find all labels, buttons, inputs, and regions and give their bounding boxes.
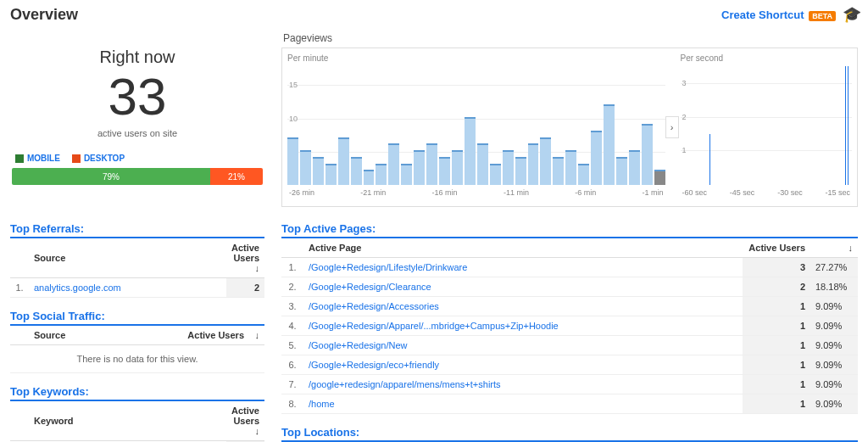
no-data-message: There is no data for this view. (10, 345, 264, 373)
desktop-share: 21% (210, 168, 263, 185)
row-users: 2 (226, 278, 264, 298)
bar (848, 66, 849, 185)
row-pct: 9.09% (810, 316, 858, 336)
bar (515, 159, 526, 185)
row-link[interactable]: /home (303, 394, 743, 414)
legend-desktop-label: DESKTOP (84, 154, 125, 163)
per-minute-label: Per minute (287, 53, 665, 63)
bar (503, 152, 514, 185)
row-index: 2. (281, 277, 303, 297)
active-users-count: 33 (10, 70, 264, 123)
xtick: -16 min (432, 188, 458, 197)
create-shortcut-label: Create Shortcut (721, 8, 804, 21)
bar (540, 139, 551, 185)
row-users: 2 (743, 277, 810, 297)
pageviews-title: Pageviews (283, 32, 858, 44)
bar (616, 159, 627, 185)
bar (388, 145, 399, 185)
row-link[interactable]: analytics.google.com (29, 278, 226, 298)
arrow-down-icon: ↓ (849, 243, 854, 253)
row-link[interactable]: /Google+Redesign/Apparel/...mbridge+Camp… (303, 316, 743, 336)
beta-badge: BETA (809, 11, 836, 21)
bar (426, 145, 437, 185)
row-index: 1. (281, 258, 303, 277)
legend-mobile-label: MOBILE (27, 154, 60, 163)
bar (313, 159, 324, 185)
row-link[interactable]: /Google+Redesign/Clearance (303, 277, 743, 297)
bar (578, 165, 589, 185)
arrow-down-icon: ↓ (255, 426, 260, 436)
row-index: 4. (281, 316, 303, 336)
row-link[interactable]: /Google+Redesign/New (303, 336, 743, 355)
row-pct: 9.09% (810, 375, 858, 394)
row-users: 1 (743, 375, 810, 394)
row-link[interactable]: /Google+Redesign/Accessories (303, 297, 743, 316)
row-link[interactable]: /google+redesign/apparel/mens/mens+t+shi… (303, 375, 743, 394)
top-active-pages-section: Top Active Pages: Active Page Active Use… (281, 222, 858, 414)
bar (287, 139, 298, 185)
table-row: 3. /Google+Redesign/Accessories 1 9.09% (281, 297, 858, 316)
col-active-users[interactable]: Active Users ↓ (226, 401, 264, 441)
xtick: -1 min (642, 188, 663, 197)
arrow-down-icon: ↓ (255, 330, 260, 340)
row-pct: 9.09% (810, 336, 858, 355)
row-users: 1 (743, 316, 810, 336)
col-active-users[interactable]: Active Users (114, 326, 249, 345)
table-row: 1. analytics.google.com 2 (10, 278, 264, 298)
row-link[interactable]: /Google+Redesign/Lifestyle/Drinkware (303, 258, 743, 277)
row-users: 1 (743, 336, 810, 355)
row-index: 5. (281, 336, 303, 355)
xtick: -21 min (360, 188, 386, 197)
xtick: -6 min (575, 188, 596, 197)
bar (604, 106, 615, 185)
table-row: 2. /Google+Redesign/Clearance 2 18.18% (281, 277, 858, 297)
bar (326, 165, 337, 185)
bar (376, 165, 387, 185)
bar (477, 145, 488, 185)
row-pct: 9.09% (810, 394, 858, 414)
xtick: -11 min (504, 188, 529, 197)
top-keywords-section: Top Keywords: Keyword Active Users ↓ 1. … (10, 385, 264, 442)
section-heading: Top Locations: (281, 426, 858, 442)
table-row: 5. /Google+Redesign/New 1 9.09% (281, 336, 858, 355)
xtick: -30 sec (777, 188, 803, 197)
bar (439, 159, 450, 185)
bar (338, 139, 349, 185)
table-row: 7. /google+redesign/apparel/mens/mens+t+… (281, 375, 858, 394)
table-row: 4. /Google+Redesign/Apparel/...mbridge+C… (281, 316, 858, 336)
right-now-card: Right now 33 active users on site MOBILE… (10, 31, 264, 207)
section-heading: Top Active Pages: (281, 222, 858, 238)
row-index: 3. (281, 297, 303, 316)
bar (591, 132, 602, 185)
col-keyword[interactable]: Keyword (29, 401, 226, 441)
row-pct: 27.27% (810, 258, 858, 277)
row-index: 6. (281, 355, 303, 375)
xtick: -45 sec (730, 188, 755, 197)
bar (654, 171, 665, 185)
row-pct: 9.09% (810, 297, 858, 316)
section-heading: Top Referrals: (10, 222, 264, 238)
bar (452, 152, 463, 185)
row-link[interactable]: /Google+Redesign/eco+friendly (303, 355, 743, 375)
row-index: 8. (281, 394, 303, 414)
per-second-label: Per second (681, 53, 853, 63)
bar (351, 159, 362, 185)
col-active-users[interactable]: Active Users (743, 238, 810, 258)
arrow-down-icon: ↓ (255, 263, 260, 273)
create-shortcut-link[interactable]: Create Shortcut BETA (721, 8, 836, 21)
legend-desktop: DESKTOP (72, 154, 125, 163)
graduation-cap-icon[interactable]: 🎓 (843, 5, 861, 24)
square-icon (72, 154, 81, 163)
col-source[interactable]: Source (29, 326, 114, 345)
row-index: 1. (10, 278, 29, 298)
row-users: 3 (743, 258, 810, 277)
device-share-bar: 79% 21% (12, 168, 263, 185)
bar (364, 171, 375, 185)
bar (709, 134, 710, 185)
col-active-users[interactable]: Active Users ↓ (226, 238, 264, 278)
table-row: 1. /Google+Redesign/Lifestyle/Drinkware … (281, 258, 858, 277)
col-source[interactable]: Source (29, 238, 226, 278)
col-active-page[interactable]: Active Page (303, 238, 743, 258)
table-row: 8. /home 1 9.09% (281, 394, 858, 414)
bar (565, 152, 576, 185)
